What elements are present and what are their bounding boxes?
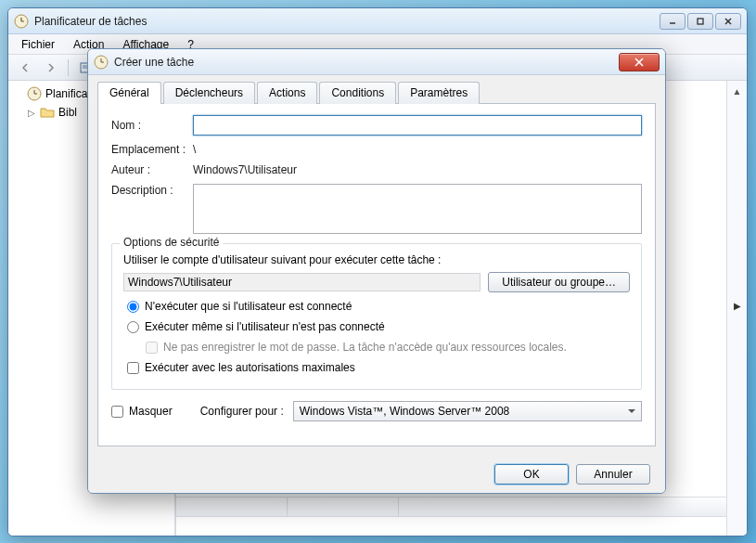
close-icon [634, 58, 645, 67]
check-no-password-input [146, 342, 158, 354]
minimize-button[interactable] [660, 13, 686, 30]
dialog-footer: OK Annuler [88, 456, 665, 493]
check-hidden-input[interactable] [111, 406, 123, 418]
main-titlebar: Planificateur de tâches [8, 8, 747, 34]
window-buttons [660, 13, 741, 30]
tab-panel-general: Nom : Emplacement : \ Auteur : Windows7\… [97, 103, 656, 446]
cancel-button[interactable]: Annuler [576, 464, 650, 485]
maximize-button[interactable] [687, 13, 713, 30]
radio-run-logged-on-input[interactable] [127, 301, 139, 313]
nav-forward-button[interactable] [40, 58, 62, 78]
collapse-arrow-icon[interactable]: ▲ [733, 86, 742, 97]
check-highest-privileges-label: Exécuter avec les autorisations maximale… [145, 361, 355, 374]
name-label: Nom : [111, 119, 193, 132]
clock-icon [94, 55, 109, 70]
tab-triggers[interactable]: Déclencheurs [163, 82, 255, 104]
tree-library-label: Bibl [58, 106, 77, 119]
location-value: \ [193, 143, 642, 156]
tab-settings[interactable]: Paramètres [398, 82, 480, 104]
tab-general[interactable]: Général [97, 82, 161, 104]
nav-back-button[interactable] [14, 58, 36, 78]
dialog-close-button[interactable] [619, 53, 660, 71]
menu-file[interactable]: Fichier [14, 36, 62, 53]
col-1[interactable] [176, 498, 288, 516]
toolbar-separator [68, 59, 69, 76]
actions-pane-collapsed: ▲ ▶ [726, 81, 747, 536]
tab-conditions[interactable]: Conditions [319, 82, 396, 104]
expand-icon[interactable]: ▷ [27, 108, 36, 118]
check-highest-privileges[interactable]: Exécuter avec les autorisations maximale… [127, 361, 630, 374]
radio-run-not-logged-label: Exécuter même si l'utilisateur n'est pas… [145, 320, 385, 333]
description-label: Description : [111, 184, 193, 197]
check-no-password: Ne pas enregistrer le mot de passe. La t… [146, 341, 630, 354]
radio-run-logged-on[interactable]: N'exécuter que si l'utilisateur est conn… [127, 300, 630, 313]
ok-button[interactable]: OK [494, 464, 569, 485]
radio-run-not-logged-input[interactable] [127, 321, 139, 333]
close-button[interactable] [715, 13, 741, 30]
check-highest-privileges-input[interactable] [127, 362, 139, 374]
clock-icon [14, 14, 29, 29]
account-label: Utiliser le compte d'utilisateur suivant… [123, 253, 630, 266]
configure-for-value: Windows Vista™, Windows Server™ 2008 [300, 405, 510, 418]
configure-for-select[interactable]: Windows Vista™, Windows Server™ 2008 [293, 401, 642, 421]
account-value: Windows7\Utilisateur [123, 273, 481, 291]
create-task-dialog: Créer une tâche Général Déclencheurs Act… [87, 48, 666, 494]
dialog-titlebar: Créer une tâche [88, 49, 665, 75]
main-window-title: Planificateur de tâches [34, 15, 660, 28]
columns-header [176, 497, 747, 517]
tabbar: Général Déclencheurs Actions Conditions … [88, 75, 665, 103]
change-user-button[interactable]: Utilisateur ou groupe… [488, 272, 630, 292]
security-legend: Options de sécurité [120, 236, 223, 249]
check-hidden[interactable]: Masquer [111, 405, 173, 418]
expand-arrow-icon[interactable]: ▶ [734, 301, 741, 311]
check-hidden-label: Masquer [129, 405, 173, 418]
check-no-password-label: Ne pas enregistrer le mot de passe. La t… [163, 341, 567, 354]
dialog-title: Créer une tâche [114, 56, 619, 69]
clock-icon [27, 86, 42, 101]
radio-run-logged-on-label: N'exécuter que si l'utilisateur est conn… [145, 300, 352, 313]
location-label: Emplacement : [111, 143, 193, 156]
description-input[interactable] [193, 184, 642, 234]
col-2[interactable] [288, 498, 399, 516]
configure-for-label: Configurer pour : [200, 405, 284, 418]
author-value: Windows7\Utilisateur [193, 163, 642, 176]
name-input[interactable] [193, 115, 642, 136]
svg-rect-4 [698, 19, 703, 24]
security-options-group: Options de sécurité Utiliser le compte d… [111, 243, 642, 390]
author-label: Auteur : [111, 163, 193, 176]
radio-run-not-logged[interactable]: Exécuter même si l'utilisateur n'est pas… [127, 320, 630, 333]
tab-actions[interactable]: Actions [257, 82, 317, 104]
folder-icon [40, 105, 55, 120]
